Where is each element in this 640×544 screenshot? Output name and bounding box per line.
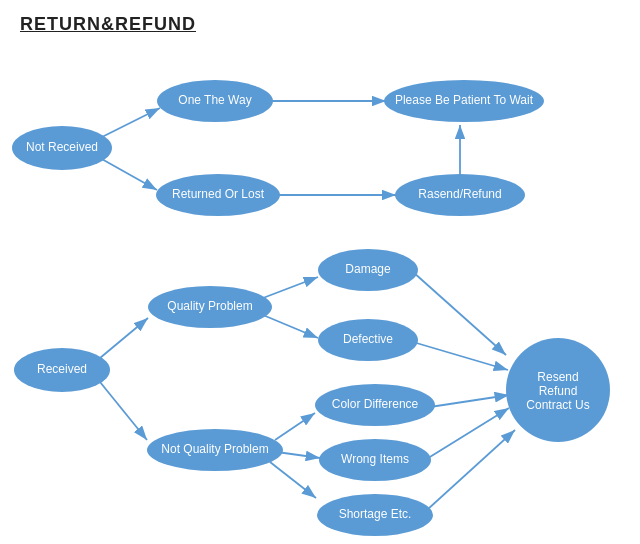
wrong-items-node (319, 439, 431, 481)
svg-line-9 (263, 277, 318, 298)
svg-line-7 (100, 318, 148, 358)
shortage-etc-node (317, 494, 433, 536)
svg-line-10 (263, 315, 318, 338)
svg-line-17 (425, 408, 509, 460)
defective-node (318, 319, 418, 361)
resend-refund-circle-node (506, 338, 610, 442)
returned-or-lost-node (156, 174, 280, 216)
damage-node (318, 249, 418, 291)
svg-line-14 (413, 272, 506, 355)
rasend-refund-node (395, 174, 525, 216)
svg-line-2 (100, 108, 160, 138)
one-the-way-node (157, 80, 273, 122)
svg-line-8 (100, 382, 147, 440)
svg-line-12 (277, 452, 320, 458)
svg-line-18 (427, 430, 515, 510)
svg-line-16 (430, 395, 509, 407)
svg-line-13 (270, 462, 316, 498)
received-node (14, 348, 110, 392)
svg-line-3 (100, 158, 157, 190)
color-difference-node (315, 384, 435, 426)
svg-line-15 (413, 342, 508, 370)
quality-problem-node (148, 286, 272, 328)
not-received-node (12, 126, 112, 170)
please-wait-node (384, 80, 544, 122)
svg-line-11 (275, 413, 315, 440)
not-quality-problem-node (147, 429, 283, 471)
